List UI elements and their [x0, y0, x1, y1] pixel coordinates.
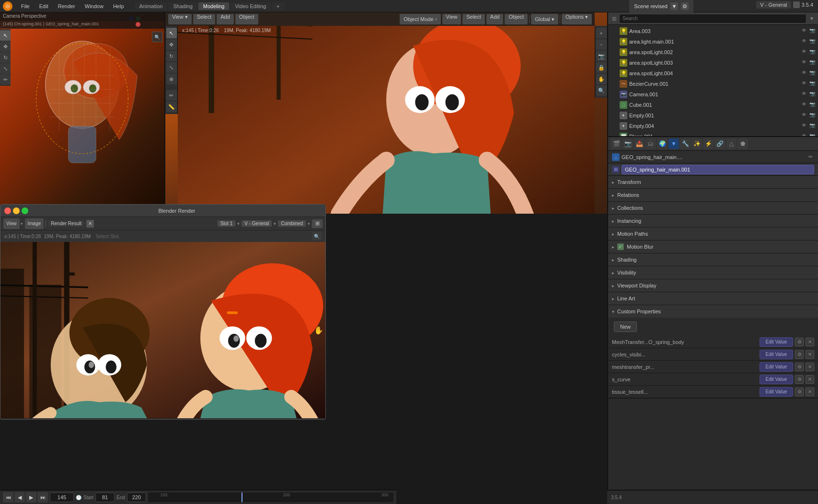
tool-rotate-main[interactable]: ↻	[166, 51, 177, 61]
vis-render-btn-8[interactable]: 📷	[809, 102, 816, 108]
vis-eye-btn-10[interactable]: 👁	[802, 123, 808, 129]
start-frame-input[interactable]	[95, 493, 115, 502]
prop-tab-object[interactable]: ▼	[668, 138, 679, 149]
prop-gear-meshtransfer[interactable]: ⚙	[795, 338, 804, 346]
section-line-art-header[interactable]: Line Art	[608, 292, 818, 305]
outliner-item-light-main[interactable]: 💡 area.light.main.001 👁 📷	[608, 36, 818, 47]
vis-render-btn-9[interactable]: 📷	[809, 112, 816, 119]
vis-eye-btn-4[interactable]: 👁	[802, 59, 808, 66]
prop-tab-constraints[interactable]: 🔗	[714, 138, 725, 149]
tool-transform-main[interactable]: ⊕	[166, 74, 177, 84]
outliner-item-spotlight002[interactable]: 💡 area.spotLight.002 👁 📷	[608, 47, 818, 57]
prop-tab-view-layer[interactable]: 🗂	[645, 138, 656, 149]
vis-eye-btn-8[interactable]: 👁	[802, 102, 808, 108]
gizmo-search[interactable]: 🔍	[596, 85, 607, 96]
current-frame-input[interactable]	[50, 493, 74, 502]
section-instancing-header[interactable]: Instancing	[608, 215, 818, 227]
outliner-item-area003[interactable]: 💡 Area.003 👁 📷	[608, 26, 818, 36]
end-frame-input[interactable]	[127, 493, 146, 502]
prop-gear-tissue[interactable]: ⚙	[795, 388, 804, 396]
section-transform-header[interactable]: Transform	[608, 176, 818, 188]
prop-close-meshtransfer[interactable]: ✕	[806, 338, 814, 346]
timeline-bar[interactable]: 100 200 300	[148, 493, 393, 502]
vis-eye-btn-3[interactable]: 👁	[802, 49, 808, 56]
outliner-search[interactable]	[619, 14, 806, 23]
prop-tab-physics[interactable]: ⚡	[703, 138, 714, 149]
gizmo-lock[interactable]: 🔒	[596, 62, 607, 73]
outliner-item-empty004[interactable]: ✦ Empty.004 👁 📷	[608, 121, 818, 131]
vp-view-btn[interactable]: View ▾	[168, 14, 192, 24]
edit-value-scurve[interactable]: Edit Value	[760, 375, 793, 384]
menu-edit[interactable]: Edit	[35, 2, 52, 10]
tool-rotate[interactable]: ↻	[0, 52, 11, 63]
tool-scale-main[interactable]: ⤡	[166, 62, 177, 73]
scroll-indicator[interactable]: ✋	[314, 326, 323, 335]
vp-object-btn[interactable]: Object	[235, 14, 258, 24]
prop-tab-modifier[interactable]: 🔧	[680, 138, 691, 149]
vp-transform-global[interactable]: Global ▾	[531, 14, 558, 24]
object-data-edit-btn[interactable]: ✏	[806, 153, 814, 161]
prop-tab-material[interactable]: ⬟	[737, 138, 748, 149]
gizmo-camera[interactable]: 📷	[596, 51, 607, 61]
scene-menu-btn[interactable]: ▼	[670, 2, 678, 10]
tab-shading[interactable]: Shading	[168, 2, 197, 10]
prop-gear-cycles[interactable]: ⚙	[795, 350, 804, 359]
outliner-item-empty001[interactable]: ✦ Empty.001 👁 📷	[608, 110, 818, 121]
prop-tab-output[interactable]: 📤	[634, 138, 645, 149]
vis-eye-btn-5[interactable]: 👁	[802, 70, 808, 77]
new-property-btn[interactable]: New	[614, 321, 637, 332]
vis-eye-btn[interactable]: 👁	[802, 28, 808, 34]
render-image-btn[interactable]: Image	[25, 218, 44, 229]
menu-window[interactable]: Window	[81, 2, 107, 10]
vis-eye-btn-2[interactable]: 👁	[802, 38, 808, 45]
tool-cursor[interactable]: ↖	[0, 30, 11, 41]
prop-tab-data[interactable]: △	[726, 138, 737, 149]
vp-viewport-overlays[interactable]: View	[442, 14, 461, 24]
prop-close-cycles[interactable]: ✕	[806, 350, 814, 359]
vp-add-menu[interactable]: Add	[486, 14, 504, 24]
tab-add[interactable]: +	[272, 2, 284, 10]
section-relations-header[interactable]: Relations	[608, 189, 818, 201]
tool-move-main[interactable]: ✥	[166, 39, 177, 50]
window-max-btn[interactable]	[22, 207, 28, 214]
vis-render-btn-3[interactable]: 📷	[809, 49, 816, 56]
zoom-gizmo[interactable]: 🔍	[152, 32, 162, 42]
render-result-close[interactable]: ✕	[86, 220, 94, 228]
render-info-btn[interactable]: 🔍	[312, 232, 322, 241]
gizmo-zoom-in[interactable]: +	[596, 28, 607, 38]
window-min-btn[interactable]	[13, 207, 20, 214]
vp-viewport-shading[interactable]: Select	[462, 14, 485, 24]
render-combine-btn[interactable]: Combined	[278, 220, 306, 227]
tool-scale[interactable]: ⤡	[0, 63, 11, 74]
scene-settings-btn[interactable]: ⚙	[681, 2, 689, 10]
vis-render-btn-10[interactable]: 📷	[809, 123, 816, 129]
gizmo-hand[interactable]: ✋	[596, 74, 607, 84]
outliner-filter-btn[interactable]: ▼	[809, 16, 814, 21]
section-collections-header[interactable]: Collections	[608, 202, 818, 214]
vis-eye-btn-6[interactable]: 👁	[802, 80, 808, 87]
vis-render-btn-11[interactable]: 📷	[809, 133, 816, 136]
vis-eye-btn-11[interactable]: 👁	[802, 133, 808, 136]
edit-value-meshtransfer[interactable]: Edit Value	[760, 337, 793, 347]
outliner-item-plane[interactable]: ⬜ Plane.001 👁 📷	[608, 131, 818, 136]
tab-animation[interactable]: Animation	[135, 2, 168, 10]
vis-eye-btn-7[interactable]: 👁	[802, 91, 808, 98]
menu-help[interactable]: Help	[109, 2, 128, 10]
render-view-label[interactable]: V - General	[242, 220, 272, 227]
section-visibility-header[interactable]: Visibility	[608, 266, 818, 279]
tool-annotate-main[interactable]: ✏	[166, 90, 177, 101]
prop-close-tissue[interactable]: ✕	[806, 388, 814, 396]
prop-close-scurve[interactable]: ✕	[806, 375, 814, 384]
tool-annotate[interactable]: ✏	[0, 74, 11, 85]
edit-value-tissue[interactable]: Edit Value	[760, 387, 793, 397]
vis-render-btn-6[interactable]: 📷	[809, 80, 816, 87]
vp-object-mode[interactable]: Object Mode ▾	[400, 14, 440, 24]
window-close-btn[interactable]	[4, 207, 11, 214]
outliner-item-spotlight003[interactable]: 💡 area.spotLight.003 👁 📷	[608, 57, 818, 68]
section-viewport-display-header[interactable]: Viewport Display	[608, 279, 818, 292]
tool-move[interactable]: ✥	[0, 41, 11, 52]
skip-start-btn[interactable]: ⏮	[3, 492, 13, 503]
play-btn[interactable]: ▶	[26, 492, 36, 503]
outliner-item-beziercurve[interactable]: 〜 BezierCurve.001 👁 📷	[608, 79, 818, 89]
vis-render-btn-4[interactable]: 📷	[809, 59, 816, 66]
